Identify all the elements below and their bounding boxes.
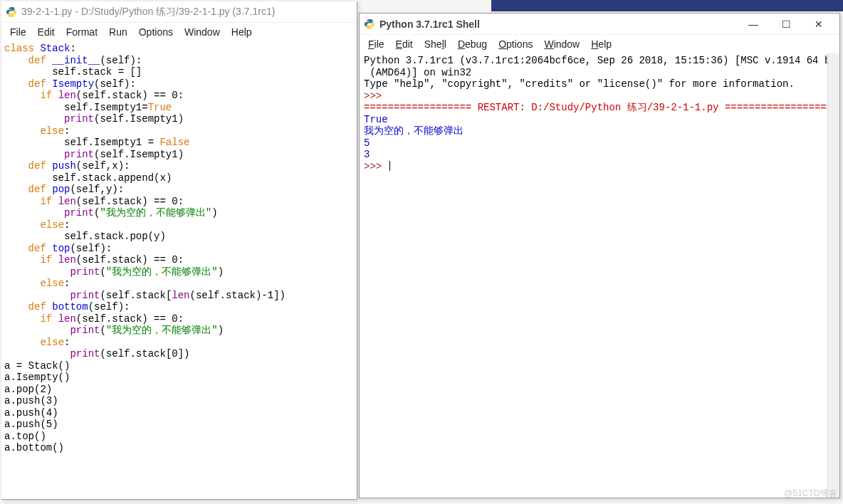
menu-window[interactable]: Window — [179, 25, 226, 39]
watermark-text: @51CTO博客 — [784, 488, 837, 500]
shell-menu-options[interactable]: Options — [493, 37, 538, 51]
shell-menu-file[interactable]: File — [362, 37, 390, 51]
menu-file[interactable]: File — [4, 25, 32, 39]
text-cursor — [389, 161, 390, 171]
restart-line: ================== RESTART: D:/Study/Pyt… — [364, 102, 832, 113]
shell-menu-help[interactable]: Help — [585, 37, 617, 51]
idle-shell-window: Python 3.7.1rc1 Shell — ☐ ✕ File Edit Sh… — [359, 13, 840, 498]
close-button[interactable]: ✕ — [802, 14, 835, 35]
output-5: 5 — [364, 137, 370, 149]
shell-output-area[interactable]: Python 3.7.1rc1 (v3.7.1rc1:2064bcf6ce, S… — [360, 53, 839, 498]
python-icon — [364, 19, 375, 30]
menu-run[interactable]: Run — [103, 25, 133, 39]
editor-title-text: 39-2-1-1.py - D:/Study/Python 练习/39-2-1-… — [21, 6, 352, 19]
output-true: True — [364, 114, 388, 125]
code-editor-area[interactable]: class Stack: def __init__(self): self.st… — [1, 41, 357, 499]
output-empty-msg: 我为空的，不能够弹出 — [364, 125, 464, 137]
shell-menu-edit[interactable]: Edit — [390, 37, 419, 51]
menu-options[interactable]: Options — [133, 25, 179, 39]
editor-menubar: File Edit Format Run Options Window Help — [1, 23, 357, 41]
maximize-button[interactable]: ☐ — [770, 14, 802, 35]
minimize-button[interactable]: — — [737, 14, 770, 35]
shell-prompt: >>> — [364, 90, 382, 102]
python-icon — [6, 6, 17, 18]
shell-titlebar[interactable]: Python 3.7.1rc1 Shell — ☐ ✕ — [360, 14, 839, 35]
output-3: 3 — [364, 149, 370, 160]
menu-help[interactable]: Help — [226, 25, 258, 39]
shell-menubar: File Edit Shell Debug Options Window Hel… — [360, 35, 839, 53]
shell-menu-window[interactable]: Window — [538, 37, 585, 51]
shell-title-text: Python 3.7.1rc1 Shell — [379, 19, 737, 30]
shell-version-2: (AMD64)] on win32 — [364, 67, 471, 78]
shell-menu-shell[interactable]: Shell — [419, 37, 452, 51]
menu-edit[interactable]: Edit — [32, 25, 61, 39]
shell-scrollbar[interactable] — [827, 53, 839, 498]
menu-format[interactable]: Format — [61, 25, 103, 39]
obscured-app-bar — [491, 0, 843, 11]
shell-menu-debug[interactable]: Debug — [452, 37, 493, 51]
window-buttons: — ☐ ✕ — [737, 14, 835, 35]
idle-editor-window: 39-2-1-1.py - D:/Study/Python 练习/39-2-1-… — [1, 1, 357, 500]
shell-help-line: Type "help", "copyright", "credits" or "… — [364, 78, 795, 90]
shell-version-1: Python 3.7.1rc1 (v3.7.1rc1:2064bcf6ce, S… — [364, 55, 839, 66]
editor-titlebar[interactable]: 39-2-1-1.py - D:/Study/Python 练习/39-2-1-… — [1, 1, 357, 23]
shell-prompt-final: >>> — [364, 161, 382, 172]
